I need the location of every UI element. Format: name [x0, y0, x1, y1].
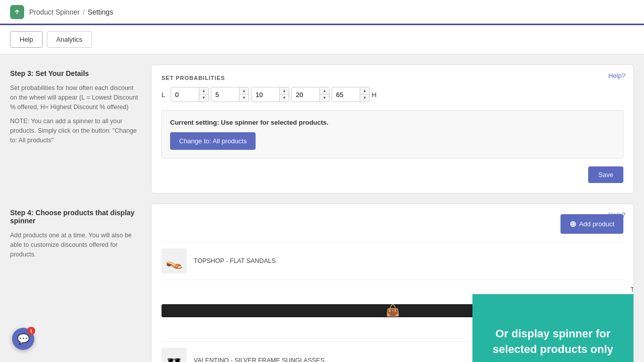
probabilities-row: L 0 ▲ ▼ 5 ▲ ▼ 10: [162, 87, 623, 102]
app-name: Product Spinner: [29, 8, 79, 16]
step3-desc1: Set probabilities for how often each dis…: [10, 83, 141, 112]
step3-help-link[interactable]: Help?: [608, 72, 625, 79]
step4-right: Help? ⊕ Add product 👡 TOPSHOP - FLAT SAN…: [151, 204, 634, 362]
prob-up-3[interactable]: ▲: [320, 87, 329, 95]
product-name-2: VALENTINO - SILVER FRAME SUNGLASSES: [194, 357, 325, 362]
step4-title: Step 4: Choose products that display spi…: [10, 209, 141, 225]
prob-arrows-1: ▲ ▼: [239, 87, 249, 102]
main-content: Step 3: Set Your Details Set probabiliti…: [0, 54, 644, 362]
step3-desc2: NOTE: You can add a spinner to all your …: [10, 117, 141, 145]
chat-badge: 1: [27, 327, 35, 335]
add-product-label: Add product: [579, 220, 614, 228]
step4-desc: Add products one at a time. You will als…: [10, 231, 141, 259]
product-thumb-2: 🕶️: [162, 348, 187, 362]
breadcrumb-separator: /: [83, 8, 85, 16]
sandal-icon: 👡: [166, 253, 183, 269]
prob-down-0[interactable]: ▼: [199, 95, 208, 102]
breadcrumb: Product Spinner / Settings: [29, 8, 113, 16]
set-probabilities-label: SET PROBABILITIES: [162, 75, 623, 81]
product-name-0: TOPSHOP - FLAT SANDALS: [194, 257, 276, 264]
chat-icon: 💬: [17, 333, 30, 345]
step3-title: Step 3: Set Your Details: [10, 69, 141, 77]
prob-value-0[interactable]: 0: [171, 88, 199, 102]
product-thumb-0: 👡: [162, 248, 187, 274]
prob-up-1[interactable]: ▲: [239, 87, 249, 95]
prob-input-4[interactable]: 65 ▲ ▼: [332, 87, 370, 102]
prob-value-2[interactable]: 10: [252, 88, 279, 102]
prob-input-2[interactable]: 10 ▲ ▼: [251, 87, 289, 102]
step3-section: Step 3: Set Your Details Set probabiliti…: [10, 64, 634, 194]
prob-value-4[interactable]: 65: [332, 88, 360, 102]
analytics-button[interactable]: Analytics: [47, 31, 92, 48]
prob-arrows-2: ▲ ▼: [279, 87, 289, 102]
prob-down-1[interactable]: ▼: [239, 95, 249, 102]
current-setting-text: Current setting: Use spinner for selecte…: [170, 119, 615, 126]
change-to-all-products-button[interactable]: Change to: All products: [170, 132, 256, 150]
prob-down-4[interactable]: ▼: [360, 95, 369, 102]
save-button[interactable]: Save: [588, 166, 623, 183]
plus-icon: ⊕: [570, 219, 576, 229]
top-bar: Product Spinner / Settings: [0, 0, 644, 25]
step3-left: Step 3: Set Your Details Set probabiliti…: [10, 64, 141, 155]
prob-label-l: L: [162, 91, 169, 99]
step4-help-link[interactable]: Help?: [608, 211, 625, 219]
prob-up-4[interactable]: ▲: [360, 87, 369, 95]
glasses-icon: 🕶️: [167, 353, 182, 362]
prob-value-3[interactable]: 20: [292, 88, 319, 102]
step4-left: Step 4: Choose products that display spi…: [10, 204, 141, 269]
prob-up-0[interactable]: ▲: [199, 87, 208, 95]
toolbar: Help Analytics: [0, 25, 644, 54]
prob-label-h: H: [372, 91, 379, 99]
app-logo: [10, 5, 24, 19]
prob-input-3[interactable]: 20 ▲ ▼: [291, 87, 330, 102]
prob-input-0[interactable]: 0 ▲ ▼: [171, 87, 209, 102]
prob-down-3[interactable]: ▼: [320, 95, 329, 102]
step4-section: Step 4: Choose products that display spi…: [10, 204, 634, 362]
prob-arrows-3: ▲ ▼: [319, 87, 329, 102]
bag-icon: 👜: [386, 304, 399, 317]
help-button[interactable]: Help: [10, 31, 43, 48]
step3-right: Help? SET PROBABILITIES L 0 ▲ ▼ 5 ▲ ▼: [151, 64, 634, 194]
prob-input-1[interactable]: 5 ▲ ▼: [211, 87, 249, 102]
prob-value-1[interactable]: 5: [211, 88, 239, 102]
current-setting-box: Current setting: Use spinner for selecte…: [162, 110, 623, 158]
list-item: 👡 TOPSHOP - FLAT SANDALS: [162, 242, 623, 280]
tooltip-text: Or display spinner for selected products…: [485, 326, 621, 357]
tooltip-overlay: Or display spinner for selected products…: [472, 294, 633, 362]
prob-down-2[interactable]: ▼: [280, 95, 289, 102]
prob-arrows-0: ▲ ▼: [199, 87, 208, 102]
prob-arrows-4: ▲ ▼: [360, 87, 369, 102]
chat-bubble[interactable]: 💬 1: [12, 328, 34, 350]
prob-up-2[interactable]: ▲: [280, 87, 289, 95]
page-title: Settings: [88, 8, 113, 16]
